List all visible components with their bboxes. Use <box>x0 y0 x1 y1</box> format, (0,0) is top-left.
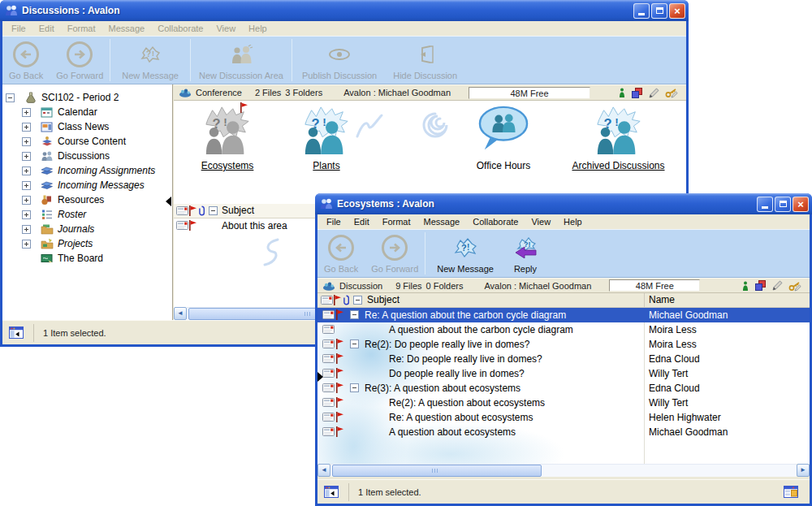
pencil-icon[interactable] <box>771 280 783 291</box>
key-pencil-icon[interactable] <box>665 87 678 98</box>
horizontal-scrollbar[interactable]: ◄ ► <box>317 464 810 477</box>
pencil-icon[interactable] <box>648 88 659 98</box>
grid-view-icon[interactable] <box>784 486 798 498</box>
titlebar[interactable]: Ecosystems : Avalon × <box>315 193 812 214</box>
paperclip-icon <box>198 205 205 216</box>
scroll-right-button[interactable]: ► <box>797 464 810 477</box>
hide-discussion-button[interactable]: Hide Discussion <box>387 37 464 84</box>
thread-collapse-box[interactable] <box>350 339 359 348</box>
table-row[interactable]: Re(2): A question about ecosystems Willy… <box>317 396 810 410</box>
tree-root-sci102[interactable]: SCI102 - Period 2 <box>2 90 172 105</box>
scroll-left-button[interactable]: ◄ <box>317 464 330 477</box>
expand-plus-box[interactable] <box>22 210 31 219</box>
menu-collaborate[interactable]: Collaborate <box>152 22 209 35</box>
scroll-track[interactable] <box>330 464 797 477</box>
table-header[interactable]: Subject Name <box>317 293 810 308</box>
subject-text: A question about ecosystems <box>389 426 516 438</box>
expand-plus-box[interactable] <box>22 196 31 205</box>
scroll-thumb[interactable] <box>332 465 542 477</box>
menu-format[interactable]: Format <box>377 215 417 228</box>
minimize-button[interactable] <box>633 3 650 19</box>
table-row[interactable]: Do people really live in domes? Willy Te… <box>317 366 810 381</box>
tree-item-journals[interactable]: Journals <box>2 222 172 236</box>
presence-icon[interactable] <box>741 281 749 291</box>
conference-item-archived-discussions[interactable]: ?! Archived Discussions <box>551 104 685 172</box>
new-message-button[interactable]: ?! New Message <box>425 230 505 277</box>
tree-item-projects[interactable]: Projects <box>2 236 172 251</box>
expand-plus-box[interactable] <box>22 137 31 146</box>
maximize-button[interactable] <box>775 197 791 212</box>
thread-collapse-box[interactable] <box>350 383 359 392</box>
tree-item-resources[interactable]: Resources <box>2 192 172 207</box>
menu-collaborate[interactable]: Collaborate <box>467 215 524 228</box>
go-forward-button[interactable]: Go Forward <box>365 230 425 277</box>
layers-icon[interactable] <box>632 88 642 98</box>
maximize-button[interactable] <box>651 3 667 19</box>
split-view-icon[interactable] <box>324 486 339 498</box>
scroll-left-button[interactable]: ◄ <box>174 307 187 320</box>
conference-item-plants[interactable]: ?! Plants <box>287 104 365 172</box>
tree-item-discussions[interactable]: Discussions <box>2 149 172 163</box>
table-row[interactable]: Re: A question about ecosystems Helen Hi… <box>317 410 810 425</box>
conference-item-ecosystems[interactable]: ?! Ecosystems <box>188 104 266 172</box>
tree-item-the-board[interactable]: The Board <box>2 251 172 266</box>
split-view-icon[interactable] <box>9 327 24 339</box>
new-discussion-area-button[interactable]: New Discussion Area <box>191 37 292 84</box>
minimize-button[interactable] <box>757 197 773 212</box>
table-row[interactable]: A question about ecosystems Michael Good… <box>317 425 810 439</box>
menu-view[interactable]: View <box>210 22 241 35</box>
key-pencil-icon[interactable] <box>788 280 801 292</box>
publish-discussion-button[interactable]: Publish Discussion <box>292 37 387 84</box>
reply-button[interactable]: ?! Reply <box>505 230 546 277</box>
subject-text: Re(3): A question about ecosystems <box>365 383 520 394</box>
new-message-button[interactable]: ?! New Message <box>110 37 190 84</box>
menu-file[interactable]: File <box>321 215 347 228</box>
expand-plus-box[interactable] <box>22 108 31 117</box>
expand-plus-box[interactable] <box>22 240 31 249</box>
close-button[interactable]: × <box>669 3 685 19</box>
table-row[interactable]: A question about the carbon cycle diagra… <box>317 322 810 337</box>
chat-bubble-icon <box>472 104 535 154</box>
expand-plus-box[interactable] <box>22 123 31 132</box>
go-back-button[interactable]: Go Back <box>2 37 50 84</box>
menu-message[interactable]: Message <box>103 22 151 35</box>
tree-item-roster[interactable]: Roster <box>2 207 172 222</box>
conference-item-office-hours[interactable]: Office Hours <box>458 104 549 172</box>
tree-item-class-news[interactable]: Class News <box>2 119 172 134</box>
layers-icon[interactable] <box>755 280 766 291</box>
table-row[interactable]: Re(3): A question about ecosystems Edna … <box>317 381 810 396</box>
table-row[interactable]: Re: A question about the carbon cycle di… <box>317 308 810 322</box>
menu-edit[interactable]: Edit <box>33 22 60 35</box>
titlebar[interactable]: Discussions : Avalon × <box>0 0 689 21</box>
expand-plus-box[interactable] <box>22 152 31 161</box>
menu-view[interactable]: View <box>525 215 556 228</box>
go-back-button[interactable]: Go Back <box>317 230 365 277</box>
collapse-minus-box[interactable] <box>6 93 15 102</box>
collapse-minus-box[interactable] <box>209 206 218 215</box>
pane-collapse-arrow[interactable] <box>166 197 171 206</box>
menu-message[interactable]: Message <box>418 215 466 228</box>
menu-format[interactable]: Format <box>62 22 102 35</box>
presence-icon[interactable] <box>618 88 626 97</box>
menu-help[interactable]: Help <box>243 22 273 35</box>
expand-plus-box[interactable] <box>22 225 31 234</box>
tree-item-incoming-assignments[interactable]: Incoming Assignments <box>2 163 172 178</box>
close-button[interactable]: × <box>793 197 809 212</box>
tree-item-calendar[interactable]: Calendar <box>2 105 172 119</box>
tree-item-course-content[interactable]: Course Content <box>2 134 172 149</box>
column-divider[interactable] <box>644 293 645 307</box>
tree-item-incoming-messages[interactable]: Incoming Messages <box>2 178 172 192</box>
new-message-label: New Message <box>437 264 494 274</box>
go-forward-button[interactable]: Go Forward <box>50 37 110 84</box>
table-row[interactable]: Re(2): Do people really live in domes? M… <box>317 337 810 352</box>
status-text: 1 Item selected. <box>358 487 421 497</box>
thread-collapse-box[interactable] <box>350 310 359 319</box>
menu-help[interactable]: Help <box>558 215 588 228</box>
expand-plus-box[interactable] <box>22 167 31 175</box>
row-pointer-arrow <box>317 372 323 382</box>
collapse-minus-box[interactable] <box>353 296 362 305</box>
expand-plus-box[interactable] <box>22 181 31 190</box>
table-row[interactable]: Re: Do people really live in domes? Edna… <box>317 352 810 366</box>
menu-file[interactable]: File <box>6 22 32 35</box>
menu-edit[interactable]: Edit <box>348 215 375 228</box>
